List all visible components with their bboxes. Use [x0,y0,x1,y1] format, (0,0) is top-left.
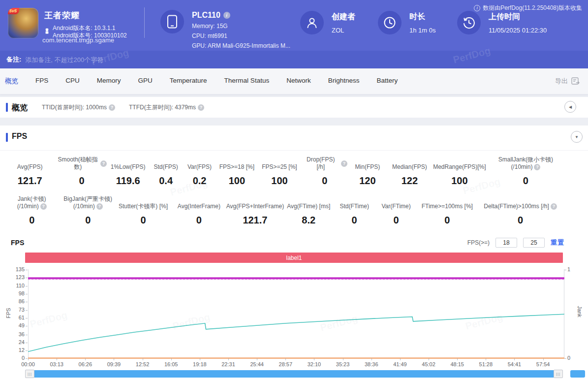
overview-section: 概览 TTID(首屏时间): 1000ms ? TTFD(主屏时间): 4379… [0,97,588,118]
y-axis-tick-label: 110 [9,283,25,288]
tab-brightness[interactable]: Brightness [327,75,361,88]
x-axis-tick-label: 06:26 [74,361,96,367]
help-icon[interactable]: ? [100,160,107,167]
x-axis-tick-label: 09:39 [102,361,125,367]
creator-block: 创建者 ZOL [300,11,355,34]
tab-cpu[interactable]: CPU [64,75,81,88]
tab-bar: 概览FPSCPUMemoryGPUTemperatureThermal Stat… [0,68,588,95]
x-axis-tick [85,358,86,360]
stat-bigjank-: BigJank(严重卡顿)(/10min)?0 [61,194,115,226]
help-icon[interactable]: ? [40,203,47,210]
export-button[interactable]: 导出 [555,77,580,86]
device-info-icon[interactable]: i [223,12,230,19]
help-icon[interactable]: ? [534,164,540,170]
y-axis-tick-label: 36 [9,331,25,337]
y-axis-tick [26,270,28,270]
scrollbar-end-button[interactable] [570,370,585,378]
tab-概览[interactable]: 概览 [4,75,19,88]
fps-threshold-input-1[interactable] [495,238,517,248]
x-axis-tick [457,358,458,360]
fps-chart-title: FPS [11,239,24,247]
export-label: 导出 [555,77,568,86]
game-badge: 5v5 [8,8,19,14]
game-app-icon: 5v5 [8,8,38,38]
stat-1%low-fps-: 1%Low(FPS)119.6 [107,155,150,187]
fps-collapse-button[interactable]: ▼ [571,131,583,143]
upload-time-block: 上传时间 11/05/2025 01:22:30 [457,11,547,34]
stat-value: 120 [347,175,388,187]
fps-stats-row-2: Jank(卡顿)(/10min)?0BigJank(严重卡顿)(/10min)?… [3,194,564,226]
stat-value: 121.7 [227,215,283,226]
x-axis-tick-label: 45:02 [417,361,440,367]
tab-fps[interactable]: FPS [34,75,49,88]
x-axis-tick-label: 48:15 [446,361,468,367]
y-axis-tick-label: 0 [9,355,25,361]
section-accent [6,133,8,142]
section-accent [6,103,8,112]
duration-value: 1h 1m 0s [409,27,435,34]
stat-std-ftime-: Std(FTime)0 [334,194,375,226]
reset-button[interactable]: 重置 [551,238,564,247]
y-axis-tick-label: 12 [9,347,25,353]
x-axis-tick [343,358,343,360]
note-input[interactable] [25,56,232,64]
tab-battery[interactable]: Battery [375,75,399,88]
export-icon [571,77,580,85]
scrollbar-right-handle[interactable]: ||| [554,370,563,378]
x-axis-tick [257,358,257,360]
stat-stutter-%-: Stutter(卡顿率) [%]0 [115,194,171,226]
x-axis-tick [285,358,286,360]
tab-memory[interactable]: Memory [96,75,122,88]
stat-avg-interframe-: Avg(InterFrame)0 [171,194,227,226]
y-axis-tick-label: 98 [9,290,25,296]
stat-var-ftime-: Var(FTime)0 [375,194,418,226]
duration-block: 时长 1h 1m 0s [378,11,435,34]
stat-value: 0 [171,215,227,226]
x-axis-tick [143,358,143,360]
x-axis-tick [171,358,172,360]
tab-list: 概览FPSCPUMemoryGPUTemperatureThermal Stat… [4,75,399,88]
right-axis-tick-label: 1 [567,266,570,272]
y-axis-tick [26,326,28,326]
x-axis-tick [400,358,401,360]
stat-value: 0 [61,215,115,226]
scrollbar-left-handle[interactable]: ||| [25,370,34,378]
game-package: com.tencent.tmgp.sgame [42,36,114,44]
fps-stats-row-1: Avg(FPS)121.7Smooth(稳帧指数)?01%Low(FPS)119… [3,155,564,187]
stat-value: 0 [477,215,564,226]
right-axis-tick [564,358,566,359]
ttfd-help-icon[interactable]: ? [198,104,204,111]
creator-value: ZOL [332,27,355,34]
x-axis-tick-label: 54:41 [503,361,526,367]
note-label: 备注: [6,55,21,64]
ttfd-metric: TTFD(主屏时间): 4379ms [129,103,196,112]
tab-gpu[interactable]: GPU [137,75,154,88]
stat-value: 0 [57,175,106,187]
chart-scrollbar[interactable]: ||| ||| [25,370,563,378]
fps-threshold-input-2[interactable] [523,238,545,248]
tab-network[interactable]: Network [285,75,312,88]
help-icon[interactable]: ? [341,160,347,167]
tab-thermal-status[interactable]: Thermal Status [223,75,271,88]
ttid-help-icon[interactable]: ? [109,104,115,111]
tab-temperature[interactable]: Temperature [169,75,208,88]
x-axis-tick-label: 25:44 [246,361,268,367]
stat-value: 121.7 [3,175,57,187]
stat-min-fps-: Min(FPS)120 [347,155,388,187]
x-axis-tick [200,358,200,360]
stat-value: 0 [417,215,477,226]
fps-section: FPS ▼ Avg(FPS)121.7Smooth(稳帧指数)?01%Low(F… [0,126,588,381]
y-axis-tick-label: 86 [9,298,25,304]
stat-value: 0 [115,215,171,226]
x-axis-tick [228,358,229,360]
y-axis-tick-label: 61 [9,315,25,320]
stat-smooth-: Smooth(稳帧指数)?0 [57,155,106,187]
help-icon[interactable]: ? [96,203,103,210]
stat-value: 100 [432,175,488,187]
help-icon[interactable]: ? [551,203,557,210]
y-axis-tick [26,358,28,359]
x-axis-tick [314,358,314,360]
overview-collapse-button[interactable]: ◀ [564,101,576,113]
chart-annotation-bar[interactable]: label1 [25,253,563,263]
x-axis-tick-label: 28:57 [274,361,297,367]
